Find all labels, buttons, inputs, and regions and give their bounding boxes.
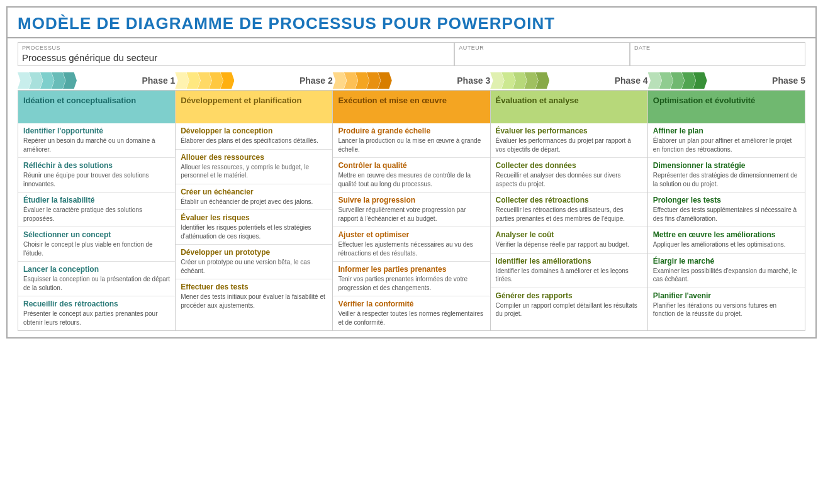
task-title-p3-2: Suivre la progression [333, 193, 490, 206]
task-desc-p2-0: Élaborer des plans et des spécifications… [176, 137, 332, 150]
arrow-p1-0 [18, 72, 31, 89]
arrow-p3-0 [333, 72, 347, 89]
meta-row: PROCESSUS Processus générique du secteur… [8, 38, 815, 66]
date-label: DATE [630, 43, 805, 51]
phase-header-p2: Phase 2 [175, 72, 332, 89]
task-desc-p4-3: Vérifier la dépense réelle par rapport a… [491, 240, 647, 254]
task-desc-p2-1: Allouer les ressources, y compris le bud… [176, 163, 332, 184]
task-desc-p2-3: Identifier les risques potentiels et les… [176, 223, 332, 245]
task-title-p1-0: Identifier l'opportunité [18, 123, 175, 137]
arrows-p1 [18, 72, 138, 89]
task-desc-p2-2: Établir un échéancier de projet avec des… [176, 198, 332, 211]
phase-label-p4: Phase 4 [612, 76, 648, 86]
col-header-p5: Optimisation et évolutivité [648, 91, 805, 123]
task-title-p4-4: Identifier les améliorations [491, 254, 647, 267]
task-title-p5-4: Élargir le marché [648, 254, 805, 267]
task-desc-p3-5: Veiller à respecter toutes les normes ré… [333, 310, 490, 330]
arrow-p2-0 [175, 72, 189, 89]
header-title-section: MODÈLE DE DIAGRAMME DE PROCESSUS POUR PO… [8, 8, 815, 38]
task-desc-p5-4: Examiner les possibilités d'expansion du… [648, 267, 805, 288]
task-title-p5-2: Prolonger les tests [648, 193, 805, 206]
phase-label-p1: Phase 1 [139, 76, 175, 86]
task-title-p1-5: Recueillir des rétroactions [18, 296, 175, 310]
arrows-p4 [490, 72, 610, 89]
arrow-p5-0 [648, 72, 662, 89]
phase-col-p5: Optimisation et évolutivitéAffiner le pl… [647, 90, 805, 331]
task-title-p5-1: Dimensionner la stratégie [648, 158, 805, 171]
processus-value: Processus générique du secteur [18, 51, 454, 65]
task-title-p5-5: Planifier l'avenir [648, 288, 805, 301]
phase-label-p2: Phase 2 [297, 76, 333, 86]
phases-header: Phase 1Phase 2Phase 3Phase 4Phase 5 [8, 66, 815, 90]
phase-header-p5: Phase 5 [648, 72, 805, 89]
task-desc-p1-4: Esquisser la conception ou la présentati… [18, 275, 175, 296]
phase-col-p3: Exécution et mise en œuvreProduire à gra… [332, 90, 490, 331]
task-title-p1-2: Étudier la faisabilité [18, 193, 175, 206]
col-header-p2: Développement et planification [176, 91, 332, 123]
date-value [630, 51, 805, 55]
task-desc-p1-5: Présenter le concept aux parties prenant… [18, 310, 175, 330]
task-title-p5-3: Mettre en œuvre les améliorations [648, 227, 805, 240]
task-title-p2-4: Développer un prototype [176, 245, 332, 258]
task-title-p2-2: Créer un échéancier [176, 184, 332, 198]
meta-auteur: AUTEUR [454, 42, 630, 66]
task-title-p5-0: Affiner le plan [648, 123, 805, 137]
task-desc-p3-2: Surveiller régulièrement votre progressi… [333, 206, 490, 227]
task-desc-p4-4: Identifier les domaines à améliorer et l… [491, 267, 647, 288]
task-desc-p1-3: Choisir le concept le plus viable en fon… [18, 240, 175, 262]
task-desc-p1-1: Réunir une équipe pour trouver des solut… [18, 171, 175, 193]
task-title-p4-0: Évaluer les performances [491, 123, 647, 137]
task-title-p3-0: Produire à grande échelle [333, 123, 490, 137]
page-title: MODÈLE DE DIAGRAMME DE PROCESSUS POUR PO… [18, 14, 805, 33]
arrows-p3 [333, 72, 453, 89]
task-desc-p5-3: Appliquer les améliorations et les optim… [648, 240, 805, 254]
task-desc-p1-2: Évaluer le caractère pratique des soluti… [18, 206, 175, 227]
phase-col-p4: Évaluation et analyseÉvaluer les perform… [490, 90, 647, 331]
phase-header-p1: Phase 1 [18, 72, 175, 89]
task-desc-p5-0: Élaborer un plan pour affiner et amélior… [648, 137, 805, 158]
task-title-p2-5: Effectuer des tests [176, 279, 332, 293]
main-container: MODÈLE DE DIAGRAMME DE PROCESSUS POUR PO… [6, 6, 817, 339]
arrows-p2 [175, 72, 295, 89]
task-title-p2-3: Évaluer les risques [176, 210, 332, 223]
task-desc-p3-3: Effectuer les ajustements nécessaires au… [333, 240, 490, 262]
task-desc-p4-2: Recueillir les rétroactions des utilisat… [491, 206, 647, 227]
task-title-p3-3: Ajuster et optimiser [333, 227, 490, 240]
task-title-p1-4: Lancer la conception [18, 262, 175, 275]
task-desc-p5-5: Planifier les itérations ou versions fut… [648, 301, 805, 322]
task-title-p4-2: Collecter des rétroactions [491, 193, 647, 206]
col-header-p4: Évaluation et analyse [491, 91, 647, 123]
col-header-p1: Idéation et conceptualisation [18, 91, 175, 123]
task-desc-p4-0: Évaluer les performances du projet par r… [491, 137, 647, 158]
content-grid: Idéation et conceptualisationIdentifier … [8, 90, 815, 337]
arrow-p4-0 [490, 72, 504, 89]
arrows-p5 [648, 72, 768, 89]
task-desc-p4-1: Recueillir et analyser des données sur d… [491, 171, 647, 193]
phase-label-p5: Phase 5 [770, 76, 805, 86]
task-desc-p3-1: Mettre en œuvre des mesures de contrôle … [333, 171, 490, 193]
col-header-p3: Exécution et mise en œuvre [333, 91, 490, 123]
task-desc-p3-0: Lancer la production ou la mise en œuvre… [333, 137, 490, 158]
task-title-p3-5: Vérifier la conformité [333, 296, 490, 310]
phase-header-p4: Phase 4 [490, 72, 647, 89]
task-desc-p1-0: Repérer un besoin du marché ou un domain… [18, 137, 175, 158]
task-desc-p4-5: Compiler un rapport complet détaillant l… [491, 301, 647, 322]
meta-processus: PROCESSUS Processus générique du secteur [18, 42, 454, 66]
auteur-label: AUTEUR [455, 43, 629, 51]
task-title-p2-1: Allouer des ressources [176, 150, 332, 163]
phase-header-p3: Phase 3 [333, 72, 490, 89]
task-desc-p5-2: Effectuer des tests supplémentaires si n… [648, 206, 805, 227]
phase-col-p2: Développement et planificationDévelopper… [175, 90, 332, 331]
task-title-p4-1: Collecter des données [491, 158, 647, 171]
task-title-p4-3: Analyser le coût [491, 227, 647, 240]
task-title-p1-1: Réfléchir à des solutions [18, 158, 175, 171]
task-title-p2-0: Développer la conception [176, 123, 332, 137]
task-desc-p2-4: Créer un prototype ou une version bêta, … [176, 258, 332, 279]
phase-label-p3: Phase 3 [454, 76, 490, 86]
task-title-p3-4: Informer les parties prenantes [333, 262, 490, 275]
phase-col-p1: Idéation et conceptualisationIdentifier … [18, 90, 175, 331]
meta-date: DATE [630, 42, 805, 66]
auteur-value [455, 51, 629, 55]
task-desc-p5-1: Représenter des stratégies de dimensionn… [648, 171, 805, 193]
task-title-p3-1: Contrôler la qualité [333, 158, 490, 171]
